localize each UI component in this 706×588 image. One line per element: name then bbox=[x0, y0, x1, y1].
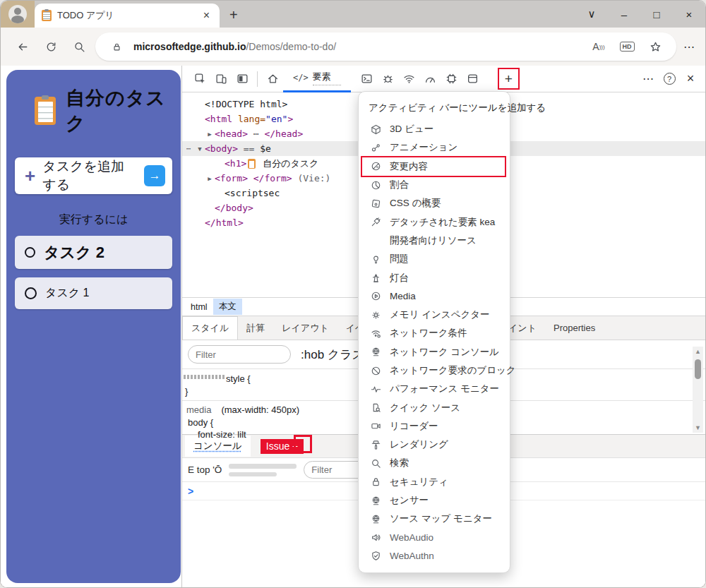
menu-item[interactable]: WebAudio bbox=[359, 529, 510, 547]
menu-item[interactable]: アニメーション bbox=[359, 138, 510, 157]
address-bar[interactable]: microsoftedge.github.io/Demos/demo-to-do… bbox=[95, 32, 676, 61]
expand-arrow-icon[interactable]: ▼ bbox=[195, 145, 205, 152]
profile-button[interactable] bbox=[1, 1, 35, 28]
menu-item[interactable]: 割合 bbox=[359, 176, 510, 194]
menu-item[interactable]: 開発者向けリソース bbox=[359, 232, 510, 250]
menu-item[interactable]: センサー bbox=[359, 491, 510, 510]
home-icon[interactable] bbox=[262, 68, 283, 90]
search-button[interactable] bbox=[67, 35, 91, 59]
browser-menu-button[interactable]: ⋯ bbox=[683, 40, 695, 54]
devtools-toolbar-right: ⋯ ? × bbox=[638, 68, 701, 90]
favorites-star-icon[interactable] bbox=[644, 41, 666, 53]
style-rule-close: } bbox=[185, 386, 188, 397]
back-button[interactable] bbox=[11, 35, 35, 59]
window-close-button[interactable]: × bbox=[673, 8, 705, 20]
devtools-more-icon[interactable]: ⋯ bbox=[638, 68, 659, 90]
browser-tab[interactable]: TODO アプリ × bbox=[35, 4, 220, 28]
devtools-help-icon[interactable]: ? bbox=[659, 68, 680, 90]
scroll-down-icon[interactable]: ▼ bbox=[695, 423, 701, 433]
docsearch-icon bbox=[370, 402, 381, 414]
menu-item[interactable]: Media bbox=[359, 287, 510, 306]
memory-chip-icon[interactable] bbox=[441, 68, 462, 90]
block-icon bbox=[370, 365, 381, 376]
menu-item[interactable]: クイック ソース bbox=[359, 398, 510, 416]
breadcrumb-item[interactable]: html bbox=[185, 300, 213, 314]
debugger-bug-icon[interactable] bbox=[378, 68, 399, 90]
minimize-button[interactable]: – bbox=[608, 8, 640, 20]
menu-item[interactable]: レンダリング bbox=[359, 436, 510, 454]
menu-item[interactable]: WebAuthn bbox=[359, 547, 510, 565]
maximize-button[interactable]: □ bbox=[640, 8, 673, 20]
menu-item[interactable]: ネットワーク コンソール bbox=[359, 343, 510, 361]
pie-icon bbox=[370, 179, 381, 191]
globe-icon bbox=[370, 495, 381, 506]
menu-item[interactable]: リコーダー bbox=[359, 417, 510, 436]
more-tools-plus-button[interactable]: + bbox=[499, 69, 518, 88]
read-aloud-icon[interactable]: A))) bbox=[587, 41, 610, 52]
menu-item-label: メモリ インスペクター bbox=[390, 308, 490, 321]
network-icon[interactable] bbox=[399, 68, 420, 90]
add-task-submit-button[interactable]: → bbox=[144, 165, 165, 186]
menu-item[interactable]: 灯台 bbox=[359, 268, 510, 287]
task-label: タスク 1 bbox=[45, 286, 89, 301]
menu-item[interactable]: セキュリティ bbox=[359, 473, 510, 491]
menu-item[interactable]: パフォーマンス モニター bbox=[359, 380, 510, 398]
devtools-close-icon[interactable]: × bbox=[680, 68, 701, 90]
menu-item[interactable]: デタッチされた要素 kea bbox=[359, 212, 510, 231]
avatar bbox=[8, 5, 27, 23]
inspect-element-icon[interactable] bbox=[189, 68, 210, 90]
tab-search-icon[interactable]: ∨ bbox=[575, 8, 608, 20]
menu-item[interactable]: 3D ビュー bbox=[359, 120, 510, 138]
menu-item[interactable]: ネットワーク要求のブロック bbox=[359, 361, 510, 380]
task-checkbox[interactable] bbox=[25, 287, 37, 299]
tasks-section-label: 実行するには bbox=[15, 212, 172, 227]
task-checkbox[interactable] bbox=[25, 247, 35, 258]
performance-gauge-icon[interactable] bbox=[420, 68, 441, 90]
styles-filter-input[interactable] bbox=[188, 345, 291, 364]
add-task-input[interactable]: + タスクを追加する → bbox=[15, 157, 172, 194]
expand-arrow-icon[interactable]: ▶ bbox=[205, 131, 215, 138]
browser-window: TODO アプリ × + ∨ – □ × microsoftedge.githu… bbox=[0, 0, 706, 588]
menu-item-label: WebAudio bbox=[390, 532, 433, 543]
hd-icon[interactable]: HD bbox=[616, 42, 638, 52]
panel-tab[interactable]: 計算 bbox=[238, 317, 273, 340]
font-size-declaration[interactable]: font-size: lilt bbox=[198, 429, 246, 440]
task-item[interactable]: タスク 2 bbox=[15, 236, 172, 269]
changes-icon bbox=[370, 161, 381, 172]
menu-item[interactable]: CSS の概要 bbox=[359, 194, 510, 212]
panel-tab[interactable]: レイアウト bbox=[273, 317, 337, 340]
console-context-selector[interactable]: E top 'Ō bbox=[188, 464, 222, 475]
device-emulation-icon[interactable] bbox=[210, 68, 232, 90]
globe-icon bbox=[370, 513, 381, 524]
console-icon[interactable] bbox=[357, 68, 378, 90]
tab-elements[interactable]: </> 要素 bbox=[283, 66, 351, 92]
menu-item[interactable]: 問題 bbox=[359, 250, 510, 268]
menu-item-label: アニメーション bbox=[390, 141, 457, 154]
menu-item-label: クイック ソース bbox=[390, 402, 460, 414]
scrollbar-thumb[interactable] bbox=[695, 359, 701, 379]
menu-item-label: 検索 bbox=[390, 457, 409, 469]
application-icon[interactable] bbox=[462, 68, 484, 90]
site-lock-icon[interactable] bbox=[105, 42, 128, 52]
menu-item[interactable]: 変更内容 bbox=[359, 157, 510, 176]
tab-close-icon[interactable]: × bbox=[201, 9, 213, 22]
menu-item[interactable]: ソース マップ モニター bbox=[359, 510, 510, 528]
panel-tab[interactable]: スタイル bbox=[182, 316, 238, 340]
menu-item-label: ソース マップ モニター bbox=[390, 512, 492, 525]
expand-arrow-icon[interactable]: ▶ bbox=[205, 175, 215, 182]
dock-side-icon[interactable] bbox=[232, 68, 253, 90]
tab-favicon-icon bbox=[42, 10, 52, 21]
refresh-button[interactable] bbox=[39, 35, 63, 59]
devtools-scrollbar[interactable]: ▲ ▼ bbox=[693, 347, 703, 433]
new-tab-button[interactable]: + bbox=[229, 7, 238, 23]
menu-item[interactable]: ネットワーク条件 bbox=[359, 324, 510, 342]
scroll-up-icon[interactable]: ▲ bbox=[695, 347, 701, 356]
url-text: microsoftedge.github.io/Demos/demo-to-do… bbox=[133, 41, 582, 52]
panel-tab[interactable]: Properties bbox=[545, 318, 604, 338]
menu-item[interactable]: メモリ インスペクター bbox=[359, 306, 510, 324]
camera-icon bbox=[370, 421, 381, 432]
breadcrumb-item[interactable]: 本文 bbox=[213, 299, 242, 315]
task-item[interactable]: タスク 1 bbox=[15, 277, 172, 309]
menu-item[interactable]: 検索 bbox=[359, 454, 510, 472]
browser-toolbar: microsoftedge.github.io/Demos/demo-to-do… bbox=[1, 28, 705, 66]
